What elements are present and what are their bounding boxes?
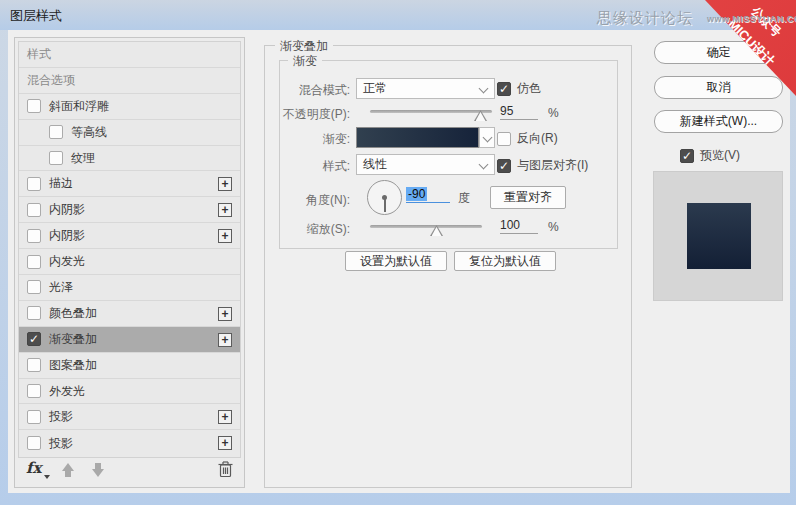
checkbox[interactable] [27,99,41,113]
item-label: 图案叠加 [49,357,97,374]
styles-item-styles[interactable]: 样式 [19,42,240,68]
checkbox[interactable] [27,358,41,372]
angle-value-field[interactable]: -90 [406,187,450,203]
opacity-slider-track[interactable] [370,110,492,113]
gradient-group-title: 渐变 [288,53,322,70]
angle-unit: 度 [458,190,470,207]
angle-dial-needle [384,198,386,212]
title-bar[interactable]: 图层样式 [0,0,796,30]
add-effect-icon[interactable]: + [218,333,232,347]
ok-button[interactable]: 确定 [654,41,783,64]
chevron-down-icon [479,84,489,94]
styles-item-inner-shadow-1[interactable]: 内阴影 + [19,197,240,223]
item-label: 斜面和浮雕 [49,98,109,115]
checkbox[interactable] [27,306,41,320]
add-effect-icon[interactable]: + [218,177,232,191]
preview-checkbox-row[interactable]: 预览(V) [680,147,740,164]
styles-item-blending-options[interactable]: 混合选项 [19,68,240,94]
gradient-style-label: 样式: [230,158,350,175]
angle-label: 角度(N): [230,192,350,209]
move-effect-up-icon[interactable] [60,462,76,478]
opacity-unit: % [548,106,559,120]
dither-checkbox[interactable] [497,82,511,96]
scale-label: 缩放(S): [230,221,350,238]
angle-value-selected: -90 [406,187,427,201]
styles-item-inner-shadow-2[interactable]: 内阴影 + [19,223,240,249]
styles-item-contour[interactable]: 等高线 [19,120,240,146]
styles-panel: 样式 混合选项 斜面和浮雕 等高线 纹理 描边 + [14,37,245,488]
checkbox[interactable] [27,229,41,243]
styles-item-gradient-overlay[interactable]: 渐变叠加 + [19,327,240,353]
checkbox[interactable] [27,384,41,398]
item-label: 内阴影 [49,201,85,218]
checkbox[interactable] [27,255,41,269]
layer-style-window: { "window": { "title": "图层样式" }, "waterm… [0,0,796,505]
blend-mode-select[interactable]: 正常 [356,78,495,99]
preview-checkbox[interactable] [680,149,694,163]
reset-alignment-button[interactable]: 重置对齐 [490,186,566,209]
styles-item-outer-glow[interactable]: 外发光 [19,379,240,405]
add-effect-icon[interactable]: + [218,410,232,424]
reset-default-button[interactable]: 复位为默认值 [454,251,556,271]
item-label: 投影 [49,435,73,452]
preview-gradient-square [687,203,751,269]
gradient-label: 渐变: [230,131,350,148]
gradient-swatch[interactable] [356,127,479,148]
styles-item-bevel-emboss[interactable]: 斜面和浮雕 [19,94,240,120]
fx-menu-button[interactable]: fx [26,459,41,477]
scale-value-field[interactable]: 100 [500,218,538,234]
align-layer-checkbox[interactable] [497,159,511,173]
checkbox[interactable] [27,203,41,217]
styles-item-inner-glow[interactable]: 内发光 [19,249,240,275]
angle-dial[interactable] [367,180,402,215]
styles-list: 样式 混合选项 斜面和浮雕 等高线 纹理 描边 + [18,41,241,458]
styles-item-drop-shadow-1[interactable]: 投影 + [19,404,240,430]
align-layer-checkbox-row[interactable]: 与图层对齐(I) [497,157,588,174]
item-label: 投影 [49,408,73,425]
gradient-style-select[interactable]: 线性 [356,154,495,175]
item-label: 渐变叠加 [49,331,97,348]
styles-item-satin[interactable]: 光泽 [19,275,240,301]
align-layer-label: 与图层对齐(I) [517,157,588,174]
checkbox[interactable] [49,125,63,139]
styles-item-drop-shadow-2[interactable]: 投影 + [19,430,240,456]
window-title: 图层样式 [10,7,62,25]
reverse-checkbox[interactable] [497,132,511,146]
reverse-label: 反向(R) [517,130,558,147]
dither-label: 仿色 [517,80,541,97]
fx-toolbar: fx [18,459,241,483]
checkbox[interactable] [27,280,41,294]
gradient-style-value: 线性 [363,156,387,173]
preview-thumbnail [653,171,783,301]
add-effect-icon[interactable]: + [218,436,232,450]
checkbox[interactable] [27,177,41,191]
delete-effect-icon[interactable] [218,461,233,481]
checkbox[interactable] [27,436,41,450]
new-style-button[interactable]: 新建样式(W)... [654,110,783,133]
item-label: 等高线 [71,124,107,141]
move-effect-down-icon[interactable] [90,462,106,478]
scale-slider-track[interactable] [370,225,482,228]
checkbox-checked[interactable] [27,332,41,346]
styles-item-color-overlay[interactable]: 颜色叠加 + [19,301,240,327]
checkbox[interactable] [49,151,63,165]
make-default-button[interactable]: 设置为默认值 [345,251,447,271]
item-label: 光泽 [49,279,73,296]
styles-item-texture[interactable]: 纹理 [19,146,240,172]
item-label: 外发光 [49,383,85,400]
dither-checkbox-row[interactable]: 仿色 [497,80,541,97]
checkbox[interactable] [27,410,41,424]
item-label: 样式 [27,46,51,63]
styles-item-pattern-overlay[interactable]: 图案叠加 [19,353,240,379]
opacity-value-field[interactable]: 95 [500,104,538,120]
blend-mode-label: 混合模式: [230,82,350,99]
blend-mode-value: 正常 [363,80,387,97]
reverse-checkbox-row[interactable]: 反向(R) [497,130,558,147]
styles-item-stroke[interactable]: 描边 + [19,171,240,197]
item-label: 描边 [49,175,73,192]
chevron-down-icon [479,160,489,170]
cancel-button[interactable]: 取消 [654,76,783,99]
preview-label: 预览(V) [700,147,740,164]
gradient-picker-button[interactable] [479,127,495,148]
add-effect-icon[interactable]: + [218,307,232,321]
